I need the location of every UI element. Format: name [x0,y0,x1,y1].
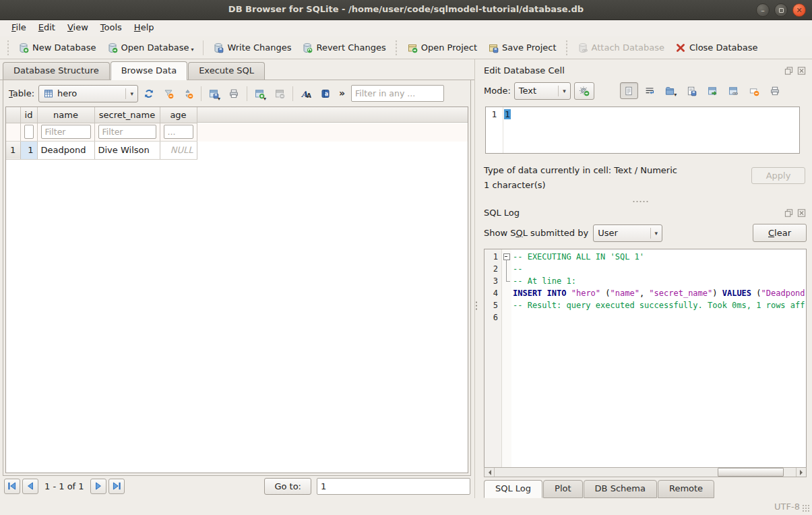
first-record-button[interactable] [4,479,20,494]
set-null-button[interactable] [745,82,763,99]
write-changes-button[interactable]: Write Changes [208,40,296,56]
save-project-button[interactable]: Save Project [482,40,562,56]
cell-secret-name[interactable]: Dive Wilson [94,141,160,159]
minimize-icon[interactable]: – [756,3,770,17]
auto-apply-button[interactable] [574,82,594,100]
clear-sorting-button[interactable] [179,85,197,102]
grid-corner[interactable] [6,107,20,123]
new-record-button[interactable]: ▾ [251,85,269,102]
clear-filters-button[interactable] [160,85,177,102]
encoding-button[interactable]: a [317,85,334,102]
tab-browse-data[interactable]: Browse Data [111,61,188,80]
next-record-icon [93,481,104,491]
dock-tab-remote[interactable]: Remote [658,480,714,498]
menu-help[interactable]: Help [128,20,160,36]
sql-log-hscrollbar[interactable] [484,467,807,477]
tab-execute-sql[interactable]: Execute SQL [188,62,265,80]
toolbar-handle[interactable] [394,40,399,55]
scroll-right-icon[interactable] [796,468,806,477]
delete-record-button [271,85,288,102]
dock-float-icon[interactable] [784,208,794,218]
last-record-button[interactable] [108,479,125,494]
scroll-left-icon[interactable] [485,468,495,477]
column-filter-input-age[interactable] [164,125,193,139]
more-tools-chevron[interactable]: » [336,88,348,100]
dock-close-icon[interactable] [797,208,807,218]
cell-age[interactable]: NULL [160,141,197,159]
dock-tab-plot[interactable]: Plot [543,480,583,498]
new-database-button[interactable]: New Database [13,40,102,56]
toolbar-separator [201,86,201,101]
edit-cell-dock-title: Edit Database Cell [484,63,807,78]
grid-filter-row [6,123,197,141]
open-external-button[interactable] [724,82,743,99]
row-number[interactable]: 1 [6,141,20,159]
menu-tools[interactable]: Tools [94,20,128,36]
apply-button[interactable]: Apply [751,167,805,184]
resize-grip-icon[interactable] [802,504,810,512]
submitted-by-select[interactable]: User ▾ [593,224,662,242]
revert-changes-button[interactable]: Revert Changes [296,40,391,56]
main-tabbar: Database StructureBrowse DataExecute SQL [0,59,474,80]
column-filter-input-name[interactable] [41,125,91,139]
encoding-label: UTF-8 [774,502,800,512]
word-wrap-button[interactable] [641,82,659,99]
goto-button[interactable]: Go to: [264,478,311,495]
close-icon[interactable]: ✕ [792,3,806,17]
sql-log-view[interactable]: 123456 -- EXECUTING ALL IN 'SQL 1'---- A… [484,249,807,467]
open-database-button[interactable]: Open Database▾ [102,40,199,56]
doc-text-icon [623,86,634,96]
pane-splitter[interactable] [474,59,478,498]
export-data-button[interactable] [683,82,701,99]
import-data-button[interactable]: ▾ [662,82,680,99]
export-view-button[interactable]: ▾ [206,85,223,102]
menu-edit[interactable]: Edit [32,20,61,36]
goto-label: Go to: [274,481,301,491]
table-select[interactable]: hero ▾ [38,85,138,102]
print-button[interactable] [225,85,243,102]
cell-editor[interactable]: 1 1 [485,107,800,154]
dock-float-icon[interactable] [784,66,794,75]
open-project-button[interactable]: Open Project [402,40,482,56]
del-record-icon [274,88,285,99]
apply-data-button[interactable] [704,82,722,99]
tab-database-structure[interactable]: Database Structure [3,62,110,80]
table-label: Table: [7,88,36,98]
toolbar-handle[interactable] [565,40,569,55]
toolbar-handle[interactable] [5,40,10,55]
print-cell-button[interactable] [766,82,784,99]
previous-record-button[interactable] [22,479,38,494]
dock-splitter[interactable] [484,197,807,206]
dock-close-icon[interactable] [797,66,807,75]
filter-any-input[interactable] [351,85,444,102]
next-record-button[interactable] [90,479,106,494]
scrollbar-thumb[interactable] [718,468,784,477]
column-header-age[interactable]: age [160,107,197,123]
clear-log-button[interactable]: Clear [753,224,807,242]
mode-select[interactable]: Text ▾ [514,82,571,100]
menu-file[interactable]: File [5,20,32,36]
column-filter-input-id[interactable] [24,125,34,139]
cell-id[interactable]: 1 [20,141,37,159]
fold-collapse-icon[interactable] [502,251,511,263]
close-database-button[interactable]: Close Database [670,40,763,56]
cell-editor-selection: 1 [504,109,511,119]
menu-view[interactable]: View [61,20,94,36]
refresh-button[interactable] [140,85,158,102]
text-mode-button[interactable] [620,82,638,99]
column-header-name[interactable]: name [37,107,94,123]
chevron-down-icon: ▾ [125,88,133,99]
column-filter-input-secret-name[interactable] [98,125,156,139]
goto-input[interactable] [317,478,470,495]
dock-tab-sql-log[interactable]: SQL Log [484,480,542,498]
font-button[interactable]: AA [297,85,315,102]
toolbar-button-label: Open Database [121,42,189,53]
column-header-id[interactable]: id [20,107,37,123]
column-header-secret-name[interactable]: secret_name [94,107,160,123]
scrollbar-track[interactable] [495,468,796,477]
cell-editor-line-number: 1 [486,107,503,153]
maximize-icon[interactable] [774,3,788,17]
cell-name[interactable]: Deadpond [37,141,94,159]
dock-tab-db-schema[interactable]: DB Schema [584,480,657,498]
data-grid[interactable]: idnamesecret_nameage11DeadpondDive Wilso… [5,107,468,473]
